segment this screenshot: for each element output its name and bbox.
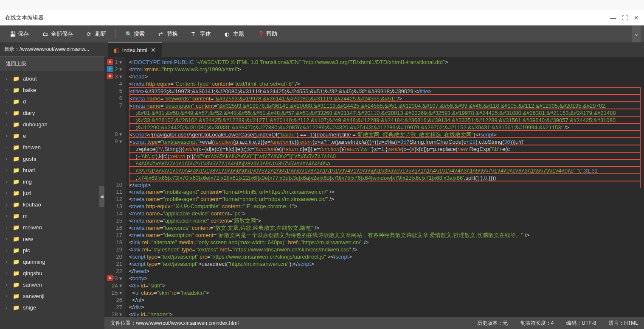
- toolbar-expand-icon[interactable]: ⌄: [632, 25, 641, 42]
- code-line[interactable]: </script>: [129, 181, 641, 188]
- status-history[interactable]: 历史版本：无: [477, 320, 508, 327]
- code-line[interactable]: <meta name="keywords" content="&#32593;&…: [129, 95, 641, 102]
- code-line[interactable]: <script>if(navigator.userAgent.toLocaleL…: [129, 131, 641, 138]
- code-line[interactable]: </ul>: [129, 296, 641, 304]
- folder-item-new[interactable]: ›📁new: [0, 233, 104, 245]
- folder-item-d[interactable]: ›📁d: [0, 96, 104, 107]
- help-button[interactable]: ❓帮助: [252, 27, 283, 41]
- folder-item-juzi[interactable]: ›📁juzi: [0, 187, 104, 199]
- save-button[interactable]: 💾保存: [3, 27, 35, 41]
- status-encoding[interactable]: 编码：UTF-8: [566, 320, 596, 327]
- folder-item-m[interactable]: ›📁m: [0, 210, 104, 222]
- minimize-icon[interactable]: —: [610, 14, 616, 21]
- font-button[interactable]: T字体: [186, 27, 217, 41]
- chevron-right-icon: ›: [6, 111, 9, 115]
- code-editor[interactable]: ✕1 ▾i2 ▾✕3 ▾45678 ▾9 ▾101112131415161718…: [104, 57, 644, 317]
- code-line[interactable]: <title>&#32593;&#19978;&#36141;&#20080;&…: [129, 87, 641, 95]
- refresh-button[interactable]: ⟳刷新: [81, 27, 112, 41]
- folder-item-meiwen[interactable]: ›📁meiwen: [0, 222, 104, 233]
- code-body[interactable]: <!DOCTYPE html PUBLIC "-//W3C//DTD XHTML…: [126, 57, 644, 317]
- folder-item-img[interactable]: ›📁img: [0, 176, 104, 187]
- code-line[interactable]: <head>: [129, 73, 641, 80]
- folder-label: duhougan: [23, 121, 48, 128]
- code-line[interactable]: <meta http-equiv="Content-Type" content=…: [129, 80, 641, 87]
- code-line[interactable]: <meta http-equiv="X-UA-Compatible" conte…: [129, 203, 641, 210]
- fold-icon[interactable]: ▾: [119, 275, 122, 282]
- fold-icon[interactable]: ▾: [119, 138, 122, 145]
- code-line[interactable]: ,'x74|x69|x65|x73|x70|x63|x6e|x72|x2f|x6…: [129, 174, 641, 181]
- code-line[interactable]: <html xmlns="http://www.w3.org/1999/xhtm…: [129, 66, 641, 73]
- tab-index-html[interactable]: ◧ index.html ✕: [108, 42, 162, 57]
- folder-item-huati[interactable]: ›📁huati: [0, 164, 104, 176]
- tab-close-icon[interactable]: ✕: [151, 47, 156, 53]
- error-marker-icon[interactable]: ✕: [107, 73, 113, 79]
- code-line[interactable]: <meta name="applicable-device" content="…: [129, 210, 641, 217]
- folder-item-shige[interactable]: ›📁shige: [0, 302, 104, 313]
- code-line[interactable]: <meta name="mobile-agent" content="forma…: [129, 188, 641, 195]
- folder-icon: 📁: [13, 190, 20, 196]
- folder-item-qianming[interactable]: ›📁qianming: [0, 256, 104, 268]
- code-line[interactable]: <script type="text/javascript">uaredirec…: [129, 260, 641, 268]
- code-line[interactable]: <meta name="keywords" content="散文,文章,诗歌,…: [129, 224, 641, 231]
- folder-item-sanwenji[interactable]: ›📁sanwenji: [0, 290, 104, 302]
- folder-item-baike[interactable]: ›📁baike: [0, 84, 104, 96]
- code-line[interactable]: <!DOCTYPE html PUBLIC "-//W3C//DTD XHTML…: [129, 59, 641, 66]
- replace-button[interactable]: ⇄替换: [152, 27, 184, 41]
- folder-icon: 📁: [13, 213, 20, 219]
- error-marker-icon[interactable]: ✕: [107, 59, 113, 65]
- code-line[interactable]: )+'\\b','g'),k[c]);return p;}('n["\\m\\b…: [129, 152, 641, 159]
- folder-item-kouhao[interactable]: ›📁kouhao: [0, 199, 104, 210]
- fold-icon[interactable]: ▾: [119, 73, 122, 80]
- folder-icon: 📁: [13, 144, 20, 151]
- folder-item-qingshu[interactable]: ›📁qingshu: [0, 268, 104, 279]
- folder-item-about[interactable]: ›📁about: [0, 73, 104, 84]
- code-line[interactable]: \\3\\7\\1\\5\\a\\1\\0\\0\\4\\3\\1\\1\\8\…: [129, 167, 641, 174]
- code-line[interactable]: <link rel="alternate" media="only screen…: [129, 239, 641, 246]
- code-line[interactable]: <body>: [129, 275, 641, 282]
- code-line[interactable]: <meta name="description" content="&#3259…: [129, 102, 641, 109]
- folder-item-e[interactable]: ›📁e: [0, 130, 104, 142]
- code-line[interactable]: <script type="text/javascript">eval(func…: [129, 138, 641, 145]
- fold-icon[interactable]: ▾: [119, 66, 122, 72]
- folder-item-diary[interactable]: ›📁diary: [0, 107, 104, 119]
- chevron-right-icon: ›: [6, 134, 9, 138]
- code-line[interactable]: <div id="header">: [129, 311, 641, 317]
- code-line[interactable]: <meta name="mobile-agent" content="forma…: [129, 195, 641, 203]
- save-all-button[interactable]: 🗂全部保存: [37, 27, 79, 41]
- code-line[interactable]: </head>: [129, 268, 641, 275]
- status-tabsize[interactable]: 制表符长度：4: [520, 320, 554, 327]
- code-line[interactable]: ;&#81;&#81;&#58;&#49;&#57;&#52;&#48;&#55…: [129, 109, 641, 116]
- code-line[interactable]: .replace(/^/,String)){while(c--)d[e(c)]=…: [129, 145, 641, 152]
- folder-icon: 📁: [13, 236, 20, 242]
- fold-icon[interactable]: ▾: [119, 282, 122, 289]
- close-icon[interactable]: ✕: [634, 14, 639, 21]
- error-marker-icon[interactable]: ✕: [107, 275, 113, 281]
- code-line[interactable]: </div>: [129, 304, 641, 311]
- code-line[interactable]: <script type="text/javascript" src="http…: [129, 253, 641, 260]
- code-line[interactable]: ;&#33;&#26102;&#26102;&#24425;&#12289;&#…: [129, 116, 641, 123]
- fold-icon[interactable]: ▾: [119, 59, 122, 65]
- info-marker-icon[interactable]: i: [107, 66, 113, 72]
- code-line[interactable]: <ul class="skin" id="headskin">: [129, 289, 641, 296]
- search-button[interactable]: 🔍搜索: [119, 27, 151, 41]
- theme-button[interactable]: ◐主题: [219, 27, 250, 41]
- folder-item-pic[interactable]: ›📁pic: [0, 245, 104, 256]
- folder-label: diary: [23, 110, 35, 116]
- folder-item-fanwen[interactable]: ›📁fanwen: [0, 142, 104, 153]
- fold-icon[interactable]: ▾: [119, 131, 122, 137]
- sidebar-collapse-icon[interactable]: ◀: [99, 186, 104, 207]
- back-parent-button[interactable]: 返回上级: [0, 56, 104, 71]
- fold-icon[interactable]: ▾: [119, 311, 122, 317]
- folder-item-gushi[interactable]: ›📁gushi: [0, 153, 104, 164]
- folder-item-duhougan[interactable]: ›📁duhougan: [0, 119, 104, 130]
- status-language[interactable]: 语言：HTML: [609, 320, 638, 327]
- maximize-icon[interactable]: ⛶: [622, 14, 628, 21]
- code-line[interactable]: ;&#12290;&#24425;&#31080;&#30331;&#38470…: [129, 123, 641, 131]
- fold-icon[interactable]: ▾: [119, 290, 122, 296]
- code-line[interactable]: <div id="skin">: [129, 282, 641, 289]
- code-line[interactable]: <meta name="application-name" content="新…: [129, 217, 641, 224]
- code-line[interactable]: <meta name="description" content="新散文网是一…: [129, 231, 641, 239]
- folder-item-sanwen[interactable]: ›📁sanwen: [0, 279, 104, 290]
- code-line[interactable]: \\4\\0\\2\\e\\0\\2\\1\\1\\5\\2\\1\\3\\5\…: [129, 159, 641, 167]
- code-line[interactable]: <link rel="stylesheet" type="text/css" h…: [129, 246, 641, 253]
